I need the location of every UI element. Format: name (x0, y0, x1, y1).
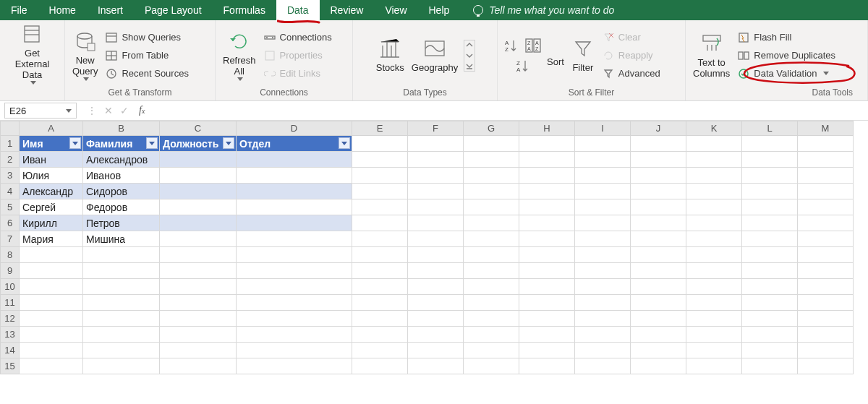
text-to-columns-button[interactable]: Text to Columns (692, 30, 731, 81)
cell[interactable] (237, 311, 352, 327)
cell[interactable] (575, 295, 631, 311)
row-header[interactable]: 12 (1, 311, 20, 327)
cell[interactable] (408, 247, 464, 263)
cell[interactable] (237, 152, 352, 168)
cell[interactable] (160, 215, 237, 231)
advanced-filter-button[interactable]: Advanced (600, 66, 663, 82)
filter-dropdown-icon[interactable] (146, 137, 158, 149)
cell[interactable] (575, 358, 631, 374)
cell[interactable] (20, 279, 83, 295)
cell[interactable] (742, 231, 798, 247)
row-header[interactable]: 13 (1, 327, 20, 343)
cell[interactable] (742, 136, 798, 152)
cell[interactable] (798, 327, 854, 343)
cell[interactable] (160, 279, 237, 295)
cell[interactable] (798, 279, 854, 295)
cell[interactable] (160, 295, 237, 311)
name-box[interactable]: E26 (4, 103, 77, 119)
cell[interactable] (20, 311, 83, 327)
cell[interactable] (575, 247, 631, 263)
cell[interactable] (519, 295, 575, 311)
cell[interactable] (631, 136, 686, 152)
cell[interactable] (631, 295, 686, 311)
cell[interactable] (352, 231, 408, 247)
cell[interactable] (742, 215, 798, 231)
cell[interactable] (160, 184, 237, 199)
cell[interactable] (742, 184, 798, 199)
cell[interactable]: Александр (20, 184, 83, 199)
col-header[interactable]: I (575, 121, 631, 136)
cell[interactable] (464, 247, 519, 263)
cell[interactable] (160, 327, 237, 343)
cell[interactable] (160, 199, 237, 215)
cell[interactable] (798, 168, 854, 184)
filter-button[interactable]: Filter (570, 35, 596, 75)
cell[interactable] (160, 231, 237, 247)
cell[interactable] (631, 247, 686, 263)
cell[interactable] (408, 199, 464, 215)
sort-desc-icon[interactable]: ZA (515, 59, 529, 73)
cell[interactable] (575, 136, 631, 152)
cell[interactable] (408, 295, 464, 311)
cell[interactable] (631, 199, 686, 215)
cell[interactable] (408, 152, 464, 168)
cell[interactable] (352, 343, 408, 358)
cell[interactable] (742, 152, 798, 168)
cell[interactable] (237, 327, 352, 343)
table-header-cell[interactable]: Должность (160, 136, 237, 152)
cell[interactable] (464, 168, 519, 184)
col-header[interactable]: K (686, 121, 742, 136)
cell[interactable] (408, 215, 464, 231)
cell[interactable] (575, 199, 631, 215)
cell[interactable] (20, 358, 83, 374)
cell[interactable] (798, 295, 854, 311)
row-header[interactable]: 3 (1, 168, 20, 184)
cell[interactable] (83, 263, 160, 279)
cell[interactable] (237, 247, 352, 263)
cell[interactable] (160, 343, 237, 358)
cell[interactable] (352, 152, 408, 168)
cell[interactable] (519, 279, 575, 295)
cell[interactable] (408, 343, 464, 358)
cell[interactable] (83, 247, 160, 263)
cell[interactable] (686, 231, 742, 247)
cell[interactable]: Мишина (83, 231, 160, 247)
show-queries-button[interactable]: Show Queries (103, 30, 191, 46)
cell[interactable] (408, 327, 464, 343)
cell[interactable] (352, 358, 408, 374)
cell[interactable]: Сидоров (83, 184, 160, 199)
cell[interactable] (686, 247, 742, 263)
cell[interactable] (408, 168, 464, 184)
cell[interactable] (519, 199, 575, 215)
formula-input[interactable] (149, 103, 864, 119)
cell[interactable] (631, 279, 686, 295)
cell[interactable]: Федоров (83, 199, 160, 215)
cell[interactable] (160, 247, 237, 263)
select-all-corner[interactable] (1, 121, 20, 136)
col-header[interactable]: H (519, 121, 575, 136)
cell[interactable] (686, 295, 742, 311)
cell[interactable] (160, 311, 237, 327)
cell[interactable]: Александров (83, 152, 160, 168)
cell[interactable] (742, 358, 798, 374)
cell[interactable] (742, 168, 798, 184)
col-header[interactable]: C (160, 121, 237, 136)
cell[interactable] (575, 263, 631, 279)
cell[interactable] (352, 136, 408, 152)
row-header[interactable]: 9 (1, 263, 20, 279)
cell[interactable] (798, 358, 854, 374)
cell[interactable] (798, 231, 854, 247)
cell[interactable] (631, 343, 686, 358)
cell[interactable] (83, 295, 160, 311)
cell[interactable] (631, 358, 686, 374)
cell[interactable] (408, 263, 464, 279)
cell[interactable] (631, 168, 686, 184)
cell[interactable] (575, 184, 631, 199)
cell[interactable] (83, 343, 160, 358)
col-header[interactable]: A (20, 121, 83, 136)
cell[interactable] (798, 184, 854, 199)
cell[interactable] (464, 215, 519, 231)
geography-datatype-button[interactable]: Geography (410, 35, 459, 75)
cell[interactable] (160, 358, 237, 374)
tab-help[interactable]: Help (418, 0, 461, 20)
